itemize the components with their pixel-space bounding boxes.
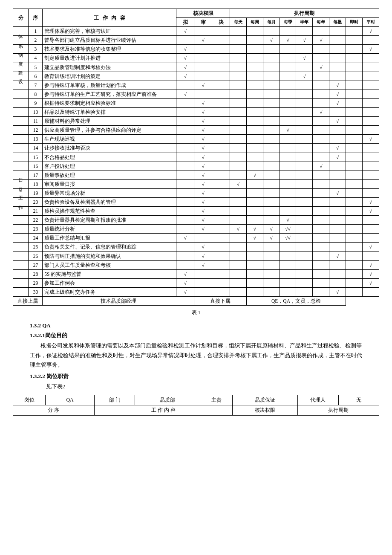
- avg-cell: [362, 63, 379, 72]
- execution-period-header: 执行周期: [230, 9, 379, 18]
- shen-cell: [194, 54, 212, 63]
- year-cell: [313, 278, 329, 287]
- quarter-cell: [280, 54, 296, 63]
- year-cell: [313, 153, 329, 162]
- quarter-cell: [280, 197, 296, 206]
- jue-cell: [212, 287, 230, 296]
- day-cell: [230, 260, 246, 269]
- month-cell: [263, 135, 280, 144]
- row-content: 制定质量改进计划并推进: [43, 54, 176, 63]
- imm-cell: [346, 243, 363, 251]
- table-row: 24质量工作总结与汇报√√√√√: [13, 234, 379, 243]
- category-cell: 工: [13, 188, 29, 197]
- row-content: 负责相关文件、记录、信息的管理和追踪: [43, 243, 176, 251]
- category-cell: 系: [13, 36, 29, 45]
- shen-cell: √: [194, 197, 212, 206]
- year-cell: [313, 117, 329, 126]
- year-cell: √: [313, 108, 329, 117]
- shen-cell: √: [194, 81, 212, 90]
- half-cell: [296, 287, 313, 296]
- month-cell: [263, 171, 280, 179]
- table-row: 21质检员操作规范性检查√√: [13, 207, 379, 216]
- jue-cell: [212, 216, 230, 225]
- category-cell: [13, 117, 29, 126]
- month-cell: [263, 269, 280, 278]
- category-cell: 设: [13, 72, 29, 81]
- year-cell: [313, 179, 329, 188]
- category-cell: 制: [13, 45, 29, 54]
- category-cell: 度: [13, 54, 29, 63]
- month-cell: [263, 27, 280, 36]
- batch-cell: [329, 225, 346, 234]
- shen-cell: √: [194, 144, 212, 153]
- ni-cell: [176, 36, 194, 45]
- day-cell: [230, 98, 246, 107]
- batch-cell: [329, 278, 346, 287]
- batch-cell: [329, 54, 346, 63]
- half-cell: [296, 126, 313, 135]
- imm-cell: [346, 117, 363, 126]
- half-cell: [296, 108, 313, 117]
- ni-cell: [176, 243, 194, 251]
- day-cell: [230, 108, 246, 117]
- shen-cell: √: [194, 251, 212, 260]
- category-cell: [13, 234, 29, 243]
- row-content: 质量工作总结与汇报: [43, 234, 176, 243]
- half-cell: [296, 278, 313, 287]
- row-content: 参与特殊订单审核，质量计划的作成: [43, 81, 176, 90]
- imm-cell: [346, 207, 363, 216]
- quarter-cell: [280, 27, 296, 36]
- avg-cell: √: [362, 207, 379, 216]
- half-header: 半年: [296, 18, 313, 27]
- table-row: 体1管理体系的完善，审核与认证√√: [13, 27, 379, 36]
- imm-cell: [346, 197, 363, 206]
- avg-cell: [362, 108, 379, 117]
- avg-cell: [362, 72, 379, 81]
- imm-cell: [346, 90, 363, 98]
- batch-cell: √: [329, 153, 346, 162]
- batch-cell: [329, 72, 346, 81]
- batch-cell: [329, 243, 346, 251]
- row-content: 负责检验设备及检测器具的管理: [43, 197, 176, 206]
- quarter-cell: [280, 260, 296, 269]
- month-cell: [263, 179, 280, 188]
- batch-cell: [329, 269, 346, 278]
- imm-cell: [346, 81, 363, 90]
- jue-cell: [212, 27, 230, 36]
- month-cell: [263, 260, 280, 269]
- day-cell: [230, 251, 246, 260]
- col-fen-header: 分: [13, 9, 29, 27]
- imm-cell: [346, 153, 363, 162]
- half-cell: [296, 188, 313, 197]
- quarter-cell: [280, 63, 296, 72]
- jue-cell: [212, 98, 230, 107]
- month-cell: [263, 278, 280, 287]
- ni-cell: √: [176, 287, 194, 296]
- week-cell: [246, 197, 263, 206]
- quarter-cell: √√: [280, 234, 296, 243]
- jue-cell: [212, 278, 230, 287]
- row-number: 25: [29, 243, 43, 251]
- year-cell: √: [313, 63, 329, 72]
- jue-cell: [212, 36, 230, 45]
- half-cell: [296, 98, 313, 107]
- year-cell: [313, 54, 329, 63]
- batch-cell: √: [329, 81, 346, 90]
- ni-cell: [176, 216, 194, 225]
- avg-cell: √: [362, 278, 379, 287]
- category-cell: [13, 81, 29, 90]
- row-content: 供应商质量管理，并参与合格供应商的评定: [43, 126, 176, 135]
- jue-cell: [212, 234, 230, 243]
- quarter-cell: √: [280, 216, 296, 225]
- month-cell: [263, 63, 280, 72]
- row-number: 4: [29, 54, 43, 63]
- ni-cell: [176, 251, 194, 260]
- jue-cell: [212, 45, 230, 54]
- row-content: 5S 的实施与监督: [43, 269, 176, 278]
- ni-cell: √: [176, 72, 194, 81]
- half-cell: [296, 27, 313, 36]
- fen-label: 分 序: [13, 405, 95, 416]
- shen-cell: [194, 234, 212, 243]
- jue-header: 决: [212, 18, 230, 27]
- batch-cell: [329, 171, 346, 179]
